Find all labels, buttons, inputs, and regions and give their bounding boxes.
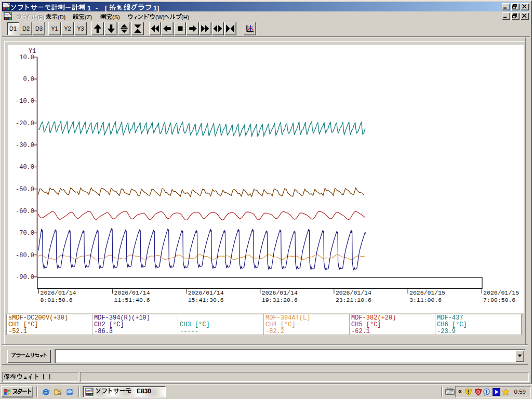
svg-text:0.0: 0.0 (23, 76, 34, 83)
svg-text:-10.0: -10.0 (16, 98, 34, 105)
svg-text:2026/01/15: 2026/01/15 (409, 289, 445, 296)
svg-text:(D): (D) (58, 14, 65, 20)
svg-text:-20.0: -20.0 (16, 120, 34, 127)
svg-text:(W): (W) (155, 14, 165, 20)
svg-text:-70.0: -70.0 (16, 230, 34, 237)
svg-text:10.0: 10.0 (19, 54, 34, 61)
svg-text:(F): (F) (37, 14, 44, 20)
svg-text:2026/01/14: 2026/01/14 (41, 289, 76, 296)
svg-text:-90.0: -90.0 (16, 274, 34, 281)
svg-text:ァ: ァ (22, 14, 28, 20)
svg-text:7:00:50.6: 7:00:50.6 (483, 297, 515, 303)
svg-text:(S): (S) (112, 14, 120, 20)
svg-text:[: [ (105, 5, 108, 12)
svg-text:(H): (H) (181, 14, 189, 20)
svg-text:E830: E830 (137, 388, 151, 395)
svg-text:3:11:00.6: 3:11:00.6 (409, 297, 442, 303)
svg-text:-60.0: -60.0 (16, 208, 34, 215)
svg-text:-40.0: -40.0 (16, 164, 34, 171)
svg-text:2026/01/14: 2026/01/14 (336, 289, 371, 296)
svg-text:2026/01/14: 2026/01/14 (262, 289, 298, 296)
svg-text:2026/01/14: 2026/01/14 (188, 289, 224, 296)
svg-text:-: - (96, 5, 98, 12)
svg-text:11:51:40.6: 11:51:40.6 (114, 297, 150, 303)
svg-text:1: 1 (87, 5, 91, 12)
svg-text:2026/01/15: 2026/01/15 (483, 289, 519, 296)
svg-text:19:31:20.6: 19:31:20.6 (262, 297, 298, 303)
svg-text:15:41:30.6: 15:41:30.6 (188, 297, 224, 303)
svg-text:-80.0: -80.0 (16, 252, 34, 259)
svg-text:-50.0: -50.0 (16, 186, 34, 193)
svg-text:2026/01/14: 2026/01/14 (114, 289, 150, 296)
svg-text:8:01:50.6: 8:01:50.6 (41, 297, 73, 303)
svg-text:(Z): (Z) (85, 14, 92, 20)
svg-text:-30.0: -30.0 (16, 142, 34, 149)
svg-text:1]: 1] (153, 5, 159, 12)
svg-text:23:21:10.6: 23:21:10.6 (336, 297, 371, 303)
